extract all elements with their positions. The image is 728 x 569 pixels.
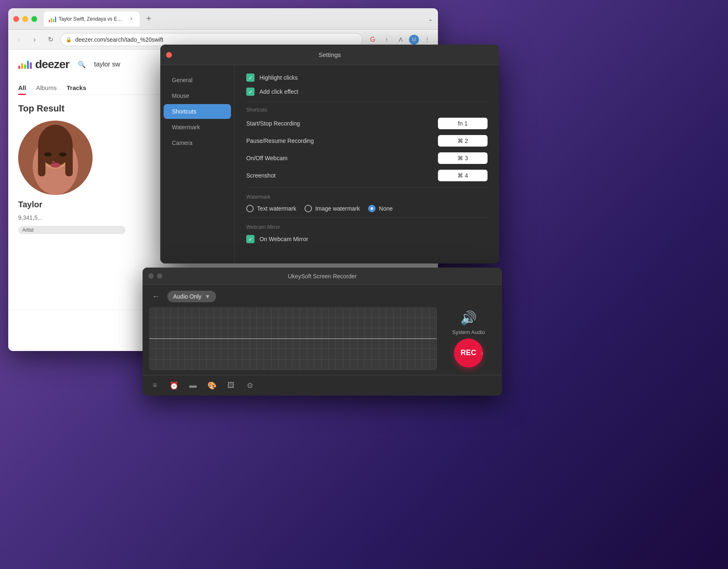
watermark-section-label: Watermark	[246, 194, 488, 200]
forward-button[interactable]: ›	[29, 34, 40, 45]
recorder-traffic-lights	[148, 273, 162, 279]
tab-favicon	[49, 16, 55, 22]
menu-button[interactable]: ⋮	[421, 34, 433, 45]
divider-3	[246, 217, 488, 218]
rec-label: REC	[461, 349, 476, 357]
tab-close-button[interactable]: ×	[128, 16, 135, 22]
google-button[interactable]: G	[367, 34, 378, 45]
address-bar[interactable]: 🔒 deezer.com/search/tado_%20swift	[60, 33, 363, 46]
settings-close-button[interactable]	[166, 52, 172, 58]
image-watermark-option[interactable]: Image watermark	[305, 205, 360, 212]
sidebar-item-mouse[interactable]: Mouse	[164, 88, 231, 103]
watermark-options: Text watermark Image watermark None	[246, 205, 488, 212]
screenshot-label: Screenshot	[246, 172, 438, 179]
rec-button[interactable]: REC	[454, 339, 483, 367]
pause-resume-label: Pause/Resume Recording	[246, 138, 438, 144]
add-click-effect-label: Add click effect	[259, 88, 298, 95]
refresh-button[interactable]: ↻	[45, 34, 56, 45]
pause-resume-row: Pause/Resume Recording ⌘ 2	[246, 135, 488, 147]
onoff-webcam-label: On/Off Webcam	[246, 155, 438, 161]
sidebar-item-camera[interactable]: Camera	[164, 135, 231, 150]
close-button[interactable]	[13, 16, 19, 22]
deezer-tab-albums[interactable]: Albums	[36, 81, 57, 95]
footer-palette-icon[interactable]: 🎨	[206, 380, 218, 391]
browser-traffic-lights	[13, 16, 37, 22]
deezer-tab-all[interactable]: All	[18, 81, 26, 95]
highlight-clicks-checkbox[interactable]: ✓	[246, 73, 255, 82]
none-watermark-radio[interactable]	[368, 205, 376, 212]
add-click-effect-checkbox[interactable]: ✓	[246, 88, 255, 96]
recorder-maximize-dot	[157, 273, 162, 279]
recorder-footer: ≡ ⏰ ▬ 🎨 🖼 ⚙	[143, 375, 502, 396]
sidebar-item-general[interactable]: General	[164, 73, 231, 88]
deezer-tab-tracks[interactable]: Tracks	[67, 81, 86, 95]
text-watermark-label: Text watermark	[257, 205, 296, 212]
webcam-mirror-checkbox[interactable]: ✓	[246, 235, 255, 243]
webcam-mirror-row: ✓ On Webcam Mirror	[246, 235, 488, 243]
artist-image[interactable]	[18, 121, 93, 195]
svg-point-9	[52, 161, 55, 163]
recorder-back-button[interactable]: ←	[149, 290, 162, 303]
screenshot-row: Screenshot ⌘ 4	[246, 170, 488, 181]
footer-gear-icon[interactable]: ⚙	[244, 380, 256, 391]
rec-dropdown-arrow[interactable]: ›	[481, 350, 483, 356]
account-button[interactable]: U	[409, 35, 419, 45]
image-watermark-label: Image watermark	[315, 205, 360, 212]
divider-1	[246, 102, 488, 102]
sidebar-item-watermark[interactable]: Watermark	[164, 120, 231, 135]
back-button[interactable]: ‹	[13, 34, 25, 45]
search-query-text: taylor sw	[94, 61, 120, 68]
start-stop-label: Start/Stop Recording	[246, 120, 438, 127]
footer-list-icon[interactable]: ≡	[149, 380, 161, 391]
active-tab[interactable]: Taylor Swift, Zendaya vs Emma ×	[44, 12, 140, 26]
deezer-search-icon[interactable]: 🔍	[76, 59, 88, 70]
add-click-effect-row: ✓ Add click effect	[246, 88, 488, 96]
ssl-lock-icon: 🔒	[66, 37, 72, 43]
svg-rect-4	[38, 143, 45, 176]
recorder-body: ← Audio Only ▼ 🔊 System Audio	[143, 285, 502, 375]
recorder-main-area: 🔊 System Audio REC ›	[149, 307, 495, 370]
settings-titlebar: Settings	[160, 45, 499, 65]
system-audio-group: 🔊	[460, 310, 477, 326]
start-stop-key[interactable]: fn 1	[438, 118, 488, 129]
screenshot-key[interactable]: ⌘ 4	[438, 170, 488, 181]
shortcuts-section-label: Shortcuts	[246, 107, 488, 113]
new-tab-button[interactable]: +	[143, 13, 155, 25]
maximize-button[interactable]	[31, 16, 37, 22]
recorder-titlebar: UkeySoft Screen Recorder	[143, 268, 502, 285]
footer-clock-icon[interactable]: ⏰	[168, 380, 180, 391]
none-watermark-option[interactable]: None	[368, 205, 393, 212]
waveform-area	[149, 307, 437, 370]
text-watermark-option[interactable]: Text watermark	[246, 205, 296, 212]
mode-selector[interactable]: Audio Only ▼	[167, 291, 216, 302]
settings-body: General Mouse Shortcuts Watermark Camera…	[160, 65, 499, 263]
highlight-clicks-label: Highlight clicks	[259, 74, 298, 81]
settings-window: Settings General Mouse Shortcuts Waterma…	[160, 45, 499, 263]
webcam-mirror-label: On Webcam Mirror	[259, 236, 308, 242]
pause-resume-key[interactable]: ⌘ 2	[438, 135, 488, 147]
onoff-webcam-key[interactable]: ⌘ 3	[438, 152, 488, 164]
footer-bars-icon[interactable]: ▬	[187, 380, 199, 391]
rec-button-group: REC ›	[454, 339, 483, 367]
tab-overflow-button[interactable]: ⌄	[428, 16, 433, 22]
minimize-button[interactable]	[22, 16, 28, 22]
recorder-window: UkeySoft Screen Recorder ← Audio Only ▼ …	[143, 268, 502, 396]
text-watermark-radio[interactable]	[246, 205, 254, 212]
footer-image-icon[interactable]: 🖼	[225, 380, 237, 391]
image-watermark-radio[interactable]	[305, 205, 312, 212]
settings-content: ✓ Highlight clicks ✓ Add click effect Sh…	[235, 65, 499, 263]
settings-traffic-lights	[166, 52, 172, 58]
mode-dropdown-arrow: ▼	[205, 293, 210, 300]
artist-followers: 9,341,5...	[18, 214, 126, 221]
extension-button[interactable]: Λ	[395, 34, 407, 45]
bookmark-button[interactable]: ↑	[381, 34, 393, 45]
webcam-mirror-section: Webcam Mirror ✓ On Webcam Mirror	[246, 224, 488, 243]
top-result-card: Taylor 9,341,5... Artist	[18, 121, 126, 234]
browser-titlebar: Taylor Swift, Zendaya vs Emma × + ⌄	[8, 8, 438, 30]
system-audio-icon: 🔊	[460, 310, 477, 326]
recorder-top-row: ← Audio Only ▼	[149, 290, 495, 303]
divider-2	[246, 187, 488, 187]
svg-rect-5	[65, 143, 73, 176]
deezer-logo-bars	[18, 60, 32, 69]
sidebar-item-shortcuts[interactable]: Shortcuts	[164, 104, 231, 119]
